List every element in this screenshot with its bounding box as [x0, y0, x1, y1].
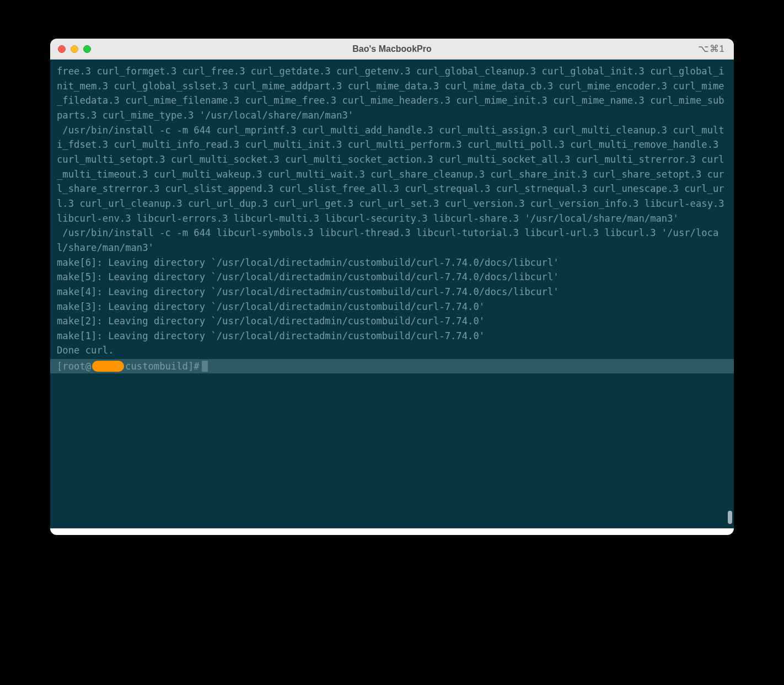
scrollbar-thumb[interactable]: [728, 511, 732, 524]
terminal-output: free.3 curl_formget.3 curl_free.3 curl_g…: [57, 64, 727, 358]
window-shortcut-indicator: ⌥⌘1: [698, 43, 725, 55]
cursor-icon: [202, 361, 208, 372]
traffic-lights: [58, 45, 91, 53]
window-bottom-border: [50, 528, 734, 535]
close-button[interactable]: [58, 45, 66, 53]
redacted-hostname: [92, 361, 124, 372]
prompt-suffix: custombuild]#: [125, 359, 200, 374]
prompt-prefix: [root@: [57, 359, 91, 374]
terminal-window: Bao's MacbookPro ⌥⌘1 free.3 curl_formget…: [50, 39, 734, 535]
minimize-button[interactable]: [71, 45, 78, 53]
prompt-line[interactable]: [root@ custombuild]#: [50, 359, 734, 373]
titlebar[interactable]: Bao's MacbookPro ⌥⌘1: [50, 39, 734, 60]
scrollbar-track[interactable]: [728, 60, 732, 528]
window-title: Bao's MacbookPro: [352, 44, 431, 54]
maximize-button[interactable]: [83, 45, 91, 53]
terminal-body[interactable]: free.3 curl_formget.3 curl_free.3 curl_g…: [50, 60, 734, 528]
